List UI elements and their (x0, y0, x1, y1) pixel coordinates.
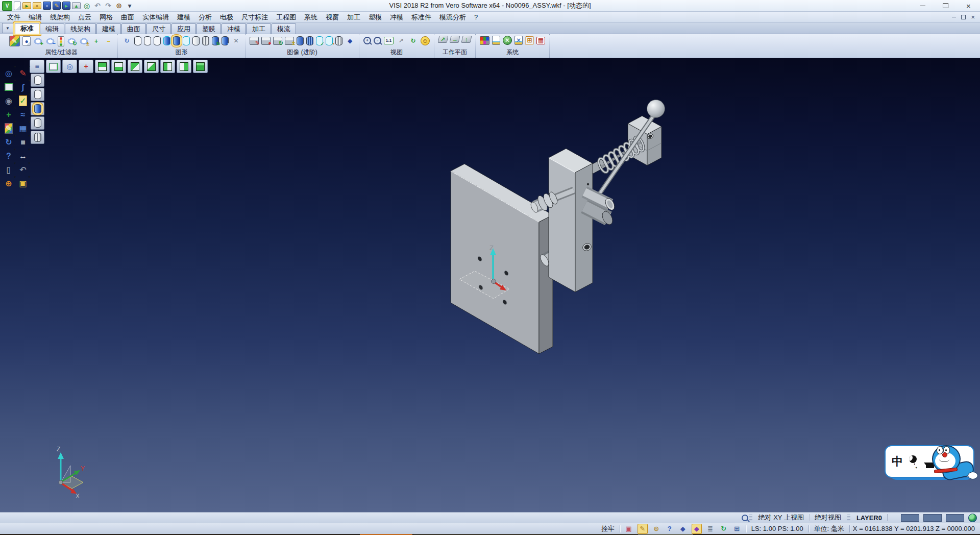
cube-toggle-icon[interactable]: ± (285, 37, 294, 45)
view-top-icon[interactable] (95, 60, 110, 73)
new-document-icon[interactable] (14, 2, 21, 10)
mdi-restore-button[interactable] (961, 15, 966, 19)
cylinder-transparent-icon[interactable] (183, 36, 190, 45)
view-iso-icon[interactable] (193, 60, 208, 73)
view-right-icon[interactable] (177, 60, 191, 73)
show-entities-icon[interactable]: + (33, 36, 43, 46)
pan-view-icon[interactable]: ↗ (396, 36, 406, 45)
cylinder-export-icon[interactable]: ▸ (222, 36, 229, 45)
graphics-settings-icon[interactable]: ✕ (231, 36, 241, 45)
模流[interactable]: 模流 (272, 23, 296, 34)
toggle-visibility-icon[interactable]: ± (79, 36, 89, 46)
实体编辑[interactable]: 实体编辑 (138, 12, 173, 22)
solid-shaded-view-icon[interactable]: ◆ (345, 36, 355, 45)
标准[interactable]: 标准 (15, 23, 39, 34)
units-label[interactable]: 单位: 毫米 (809, 524, 849, 533)
minimize-button[interactable] (911, 0, 934, 11)
measure-distance-icon[interactable]: ↔ (16, 149, 30, 163)
cylinder-shaded-icon[interactable] (173, 36, 180, 45)
cylinder-check-icon[interactable]: ✓ (316, 36, 323, 45)
navigation-helm-icon[interactable]: ⊕ (2, 177, 16, 190)
view-bottom-icon[interactable] (111, 60, 126, 73)
cylinder-solid-blue-icon[interactable] (297, 36, 304, 45)
visi-logo-icon[interactable]: V (2, 1, 12, 11)
视窗[interactable]: 视窗 (322, 12, 343, 22)
尺寸[interactable]: 尺寸 (146, 23, 171, 34)
solid-box-icon[interactable]: ■ (16, 135, 30, 149)
render-settings-icon[interactable] (492, 36, 500, 45)
cube-filter-icon[interactable]: ● (261, 37, 271, 45)
viewport-3d[interactable]: Z (0, 58, 980, 512)
regenerate-icon[interactable]: ↻ (2, 135, 16, 149)
cylinder-wire-icon[interactable] (335, 36, 342, 45)
spline-draw-icon[interactable]: ∫ (16, 80, 30, 94)
cube-refresh-icon[interactable]: ↻ (273, 37, 282, 45)
cylinder-refresh-icon[interactable]: ↻ (212, 36, 219, 45)
compass-icon[interactable]: ⊙ (114, 2, 124, 10)
塑模[interactable]: 塑模 (364, 12, 386, 22)
maximize-button[interactable] (934, 0, 957, 11)
tab-dropdown-button[interactable]: ▼ (2, 23, 13, 33)
print-preview-icon[interactable]: ◎ (82, 2, 91, 10)
workplane-align-icon[interactable]: ↔ (450, 36, 460, 43)
应用[interactable]: 应用 (172, 23, 196, 34)
moon-icon[interactable] (909, 455, 917, 463)
save-export-icon[interactable]: ▸ (62, 2, 70, 10)
confirm-check-icon[interactable]: ✓ (16, 94, 30, 108)
open-copy-icon[interactable]: ▫ (33, 2, 41, 9)
undo-icon[interactable]: ↶ (93, 2, 102, 10)
cube-edit-icon[interactable]: ✎ (250, 37, 259, 45)
lock-label[interactable]: 拴牢 (596, 524, 620, 533)
shaded-smiley-icon[interactable]: ☺ (421, 36, 430, 45)
system-tools-icon[interactable]: ✕ (503, 36, 512, 45)
曲面[interactable]: 曲面 (117, 12, 138, 22)
zoom-selected-icon[interactable]: ◉ (2, 94, 16, 108)
open-image-icon[interactable]: ▣ (16, 177, 30, 190)
zoom-actual-icon[interactable]: 1:1 (384, 37, 394, 44)
sketch-edit-icon[interactable]: ✎ (16, 66, 30, 80)
workplane-axes-icon[interactable]: ↗ (438, 36, 449, 43)
active-layer-label[interactable]: LAYER0 (851, 514, 887, 522)
visibility-filter-icon[interactable] (58, 36, 64, 46)
编辑[interactable]: 编辑 (40, 23, 64, 34)
电极[interactable]: 电极 (216, 12, 237, 22)
view-axes-icon[interactable]: + (79, 60, 93, 73)
zoom-extents-icon[interactable] (46, 60, 61, 73)
shading-mode-icon[interactable]: ◆ (692, 524, 702, 534)
冲模[interactable]: 冲模 (386, 12, 407, 22)
status-swatch-2[interactable] (923, 514, 942, 522)
点云[interactable]: 点云 (74, 12, 95, 22)
线架构[interactable]: 线架构 (46, 12, 74, 22)
cylinder-outline-1-icon[interactable] (134, 36, 141, 45)
refresh-visibility-icon[interactable]: ↻ (67, 36, 77, 46)
refresh-view-icon[interactable]: ↻ (408, 36, 418, 45)
加工[interactable]: 加工 (343, 12, 364, 22)
strip-cylinder-wire-icon[interactable] (31, 131, 44, 144)
redo-icon[interactable]: ↷ (104, 2, 113, 10)
save-icon[interactable]: ▫ (43, 2, 51, 10)
orient-view-icon[interactable]: + (2, 108, 16, 121)
view-left-icon[interactable] (160, 60, 175, 73)
系统[interactable]: 系统 (300, 12, 322, 22)
snap-settings-icon[interactable]: ⊞ (525, 36, 534, 45)
profile-settings-icon[interactable]: ✕ (514, 36, 523, 45)
add-filter-icon[interactable]: + (91, 36, 101, 46)
status-swatch-1[interactable] (901, 514, 919, 522)
auto-refresh-icon[interactable]: ↻ (719, 524, 728, 533)
undo-arrow-icon[interactable]: ↶ (16, 163, 30, 177)
线架构[interactable]: 线架构 (65, 23, 96, 34)
close-button[interactable]: × (957, 0, 980, 11)
建模[interactable]: 建模 (173, 12, 194, 22)
delete-trash-icon[interactable]: ▯ (2, 163, 16, 177)
cylinder-wireframe-icon[interactable] (202, 36, 209, 45)
view-menu-icon[interactable]: ≡ (30, 60, 44, 73)
cylinder-striped-icon[interactable] (306, 36, 313, 45)
absolute-view-label[interactable]: 绝对视图 (810, 513, 846, 522)
notes-icon[interactable]: ▣ (624, 524, 633, 533)
package-icon[interactable]: ◆ (678, 524, 688, 533)
view-back-icon[interactable] (144, 60, 159, 73)
permissions-key-icon[interactable]: ⊙ (652, 524, 661, 533)
remove-filter-icon[interactable]: − (104, 36, 113, 46)
dynamic-zoom-icon[interactable]: ◎ (62, 60, 77, 73)
grid-plane-icon[interactable]: ▦ (16, 121, 30, 135)
